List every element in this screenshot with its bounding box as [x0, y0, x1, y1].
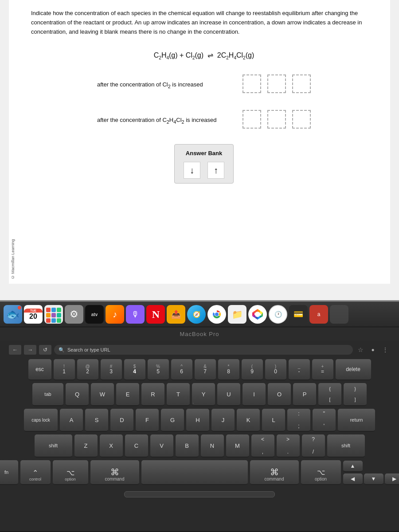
dock-icon-netflix[interactable]: N	[146, 305, 165, 324]
dock-icon-files[interactable]: 📁	[228, 305, 246, 324]
key-option-left[interactable]: ⌥ option	[53, 460, 88, 485]
browser-menu-icon[interactable]: ⋮	[380, 345, 390, 355]
blank-box-r2c2[interactable]	[267, 110, 286, 129]
down-arrow-btn[interactable]: ↓	[184, 162, 200, 179]
key-fn[interactable]: fn	[0, 460, 18, 485]
key-9[interactable]: (9	[242, 359, 263, 380]
key-space[interactable]	[141, 460, 248, 485]
browser-back-btn[interactable]: ←	[9, 345, 21, 355]
key-return[interactable]: return	[338, 409, 375, 432]
key-bracket-open[interactable]: {[	[318, 383, 341, 406]
key-o[interactable]: O	[268, 383, 291, 406]
dock-icon-finder[interactable]: 🐟	[4, 305, 22, 324]
key-equals[interactable]: +=	[312, 359, 333, 380]
browser-extra-icon[interactable]: ●	[368, 345, 378, 355]
key-f[interactable]: F	[136, 409, 159, 432]
blank-box-r1c2[interactable]	[267, 74, 286, 93]
dock-icon-podcasts[interactable]: 🎙	[126, 305, 145, 324]
key-bracket-close[interactable]: }]	[344, 383, 367, 406]
browser-forward-btn[interactable]: ←	[24, 345, 36, 355]
key-q[interactable]: Q	[66, 383, 89, 406]
key-command-right[interactable]: ⌘ command	[250, 460, 299, 485]
key-p[interactable]: P	[293, 383, 316, 406]
key-m[interactable]: M	[226, 434, 249, 458]
key-e[interactable]: E	[116, 383, 139, 406]
key-0[interactable]: )0	[265, 359, 286, 380]
key-option-right[interactable]: ⌥ option	[301, 460, 341, 485]
key-4[interactable]: $4	[124, 359, 145, 380]
trackpad[interactable]	[124, 491, 275, 497]
key-c[interactable]: C	[125, 434, 148, 458]
browser-star-btn[interactable]: ☆	[356, 345, 365, 355]
key-escape[interactable]: esc	[28, 359, 51, 380]
touchpad-area	[9, 488, 390, 497]
key-h[interactable]: H	[186, 409, 209, 432]
key-command-left[interactable]: ⌘ command	[90, 460, 139, 485]
blank-box-r2c1[interactable]	[243, 110, 261, 129]
key-1[interactable]: !1	[54, 359, 75, 380]
key-3[interactable]: #3	[101, 359, 122, 380]
key-arrow-down[interactable]: ▼	[364, 473, 383, 485]
key-u[interactable]: U	[217, 383, 240, 406]
key-quote[interactable]: "'	[313, 409, 336, 432]
key-arrow-left[interactable]: ◀	[343, 473, 363, 485]
key-r[interactable]: R	[141, 383, 164, 406]
key-6[interactable]: ^6	[171, 359, 192, 380]
key-x[interactable]: X	[100, 434, 123, 458]
dock-icon-chrome[interactable]	[207, 305, 226, 324]
key-w[interactable]: W	[91, 383, 114, 406]
up-arrow-btn[interactable]: ↑	[207, 162, 224, 179]
key-arrow-right[interactable]: ▶	[385, 473, 399, 485]
key-control[interactable]: ⌃ control	[20, 460, 51, 485]
key-2[interactable]: @2	[77, 359, 98, 380]
dock-icon-launchpad[interactable]	[44, 305, 63, 324]
key-z[interactable]: Z	[74, 434, 98, 458]
dock-icon-system-prefs[interactable]: ⚙	[65, 305, 83, 324]
key-tab[interactable]: tab	[32, 383, 63, 406]
chemical-equation: C2H4(g) + Cl2(g) ⇌ 2C2H4Cl2(g)	[31, 50, 377, 62]
dock-icon-wallet[interactable]: 💳	[289, 305, 308, 324]
key-period[interactable]: >.	[277, 434, 300, 458]
key-d[interactable]: D	[110, 409, 133, 432]
dock-icon-clock[interactable]: 🕐	[269, 305, 287, 324]
key-shift-left[interactable]: shift	[35, 434, 72, 458]
key-i[interactable]: I	[243, 383, 266, 406]
key-b[interactable]: B	[176, 434, 199, 458]
key-n[interactable]: N	[201, 434, 224, 458]
key-delete[interactable]: delete	[336, 359, 371, 380]
key-l[interactable]: L	[262, 409, 285, 432]
key-arrow-up[interactable]: ▲	[343, 461, 363, 472]
key-comma[interactable]: <,	[251, 434, 274, 458]
dock-icon-safari[interactable]: 🧭	[187, 305, 206, 324]
key-j[interactable]: J	[211, 409, 235, 432]
svg-point-2	[215, 313, 219, 316]
key-g[interactable]: G	[161, 409, 184, 432]
key-t[interactable]: T	[167, 383, 190, 406]
key-k[interactable]: K	[237, 409, 260, 432]
blank-box-r1c3[interactable]	[292, 74, 311, 93]
key-5[interactable]: %5	[148, 359, 169, 380]
arrow-left-right-group: ◀ ▼ ▶	[343, 473, 399, 485]
dock-icon-calendar[interactable]: TUE 20	[24, 305, 43, 324]
dock-icon-photos[interactable]	[248, 305, 267, 324]
dock-icon-extra[interactable]: a	[309, 305, 328, 324]
browser-reload-btn[interactable]: ↺	[39, 345, 51, 355]
blank-box-r1c1[interactable]	[243, 74, 261, 93]
key-minus[interactable]: _-	[289, 359, 310, 380]
key-y[interactable]: Y.	[192, 383, 215, 406]
key-v[interactable]: V	[150, 434, 173, 458]
blank-box-r2c3[interactable]	[292, 110, 311, 129]
dock-icon-appletv[interactable]: atv	[85, 305, 104, 324]
browser-url-bar[interactable]: 🔍 Search or type URL	[54, 345, 353, 355]
key-shift-right[interactable]: shift	[327, 434, 365, 458]
dock-icon-music[interactable]: ♪	[106, 305, 124, 324]
key-8[interactable]: *8	[218, 359, 239, 380]
key-s[interactable]: S	[85, 409, 108, 432]
key-slash[interactable]: ?/	[302, 434, 325, 458]
key-caps-lock[interactable]: caps lock	[24, 409, 58, 432]
key-7[interactable]: &7	[195, 359, 216, 380]
dock-icon-share[interactable]: 📤	[167, 305, 185, 324]
key-semicolon[interactable]: :;	[287, 409, 310, 432]
key-a[interactable]: A	[60, 409, 83, 432]
dock-icon-placeholder[interactable]	[330, 305, 348, 324]
